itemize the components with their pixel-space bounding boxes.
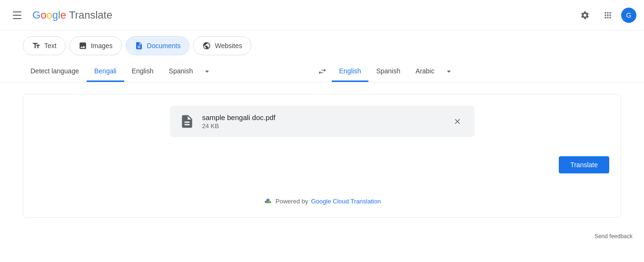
powered-by-text: Powered by: [276, 198, 308, 205]
english-source-btn[interactable]: English: [124, 61, 161, 82]
translate-button[interactable]: Translate: [559, 156, 609, 173]
main-content: sample bengali doc.pdf 24 KB Translate P…: [0, 82, 644, 229]
send-feedback-link[interactable]: Send feedback: [594, 233, 633, 240]
source-lang-more-btn[interactable]: [200, 61, 214, 82]
globe-icon: [202, 41, 211, 50]
tab-images[interactable]: Images: [69, 36, 122, 55]
tab-text[interactable]: Text: [23, 36, 66, 55]
spanish-source-btn[interactable]: Spanish: [161, 61, 201, 82]
settings-icon: [580, 10, 590, 20]
file-info: sample bengali doc.pdf 24 KB: [202, 113, 276, 130]
bengali-source-btn[interactable]: Bengali: [87, 61, 124, 82]
target-lang-more-btn[interactable]: [442, 61, 456, 82]
logo-google: Google: [32, 9, 66, 21]
apps-icon: [603, 10, 613, 20]
mode-tabs: Text Images Documents Websites: [0, 30, 644, 61]
apps-button[interactable]: [598, 6, 617, 25]
image-icon: [79, 41, 87, 50]
swap-languages-btn[interactable]: [313, 62, 332, 81]
chevron-down-icon-2: [444, 67, 454, 76]
tab-images-label: Images: [91, 42, 113, 50]
avatar[interactable]: G: [621, 8, 636, 23]
tab-documents[interactable]: Documents: [126, 36, 190, 55]
svg-rect-3: [265, 202, 271, 203]
file-card-left: sample bengali doc.pdf 24 KB: [179, 113, 276, 130]
detect-language-btn[interactable]: Detect language: [23, 61, 87, 82]
chevron-down-icon: [202, 67, 212, 76]
pdf-icon: [179, 114, 195, 129]
swap-icon: [317, 67, 327, 76]
header-left: Google Translate: [8, 6, 112, 25]
text-icon: [32, 41, 40, 50]
logo-translate: Translate: [69, 9, 112, 21]
tab-websites[interactable]: Websites: [193, 36, 251, 55]
document-icon: [135, 41, 143, 50]
translation-box: sample bengali doc.pdf 24 KB Translate P…: [23, 94, 621, 218]
target-lang-group: English Spanish Arabic: [332, 61, 622, 82]
close-icon: [453, 117, 462, 126]
tab-text-label: Text: [44, 42, 57, 50]
tab-websites-label: Websites: [215, 42, 242, 50]
footer: Send feedback: [0, 229, 644, 243]
header: Google Translate G: [0, 0, 644, 30]
header-right: G: [575, 6, 636, 25]
google-cloud-icon: [263, 196, 273, 206]
arabic-target-btn[interactable]: Arabic: [408, 61, 442, 82]
menu-button[interactable]: [8, 6, 27, 25]
file-size: 24 KB: [202, 122, 276, 130]
logo[interactable]: Google Translate: [32, 9, 112, 21]
source-lang-group: Detect language Bengali English Spanish: [23, 61, 313, 82]
spanish-target-btn[interactable]: Spanish: [368, 61, 408, 82]
tab-documents-label: Documents: [147, 42, 181, 50]
google-cloud-translation-link[interactable]: Google Cloud Translation: [311, 198, 381, 205]
language-bar: Detect language Bengali English Spanish …: [0, 61, 644, 82]
file-close-button[interactable]: [450, 114, 465, 129]
settings-button[interactable]: [575, 6, 594, 25]
file-name: sample bengali doc.pdf: [202, 113, 276, 121]
powered-by: Powered by Google Cloud Translation: [263, 196, 381, 206]
english-target-btn[interactable]: English: [332, 61, 369, 82]
file-card: sample bengali doc.pdf 24 KB: [170, 106, 475, 137]
